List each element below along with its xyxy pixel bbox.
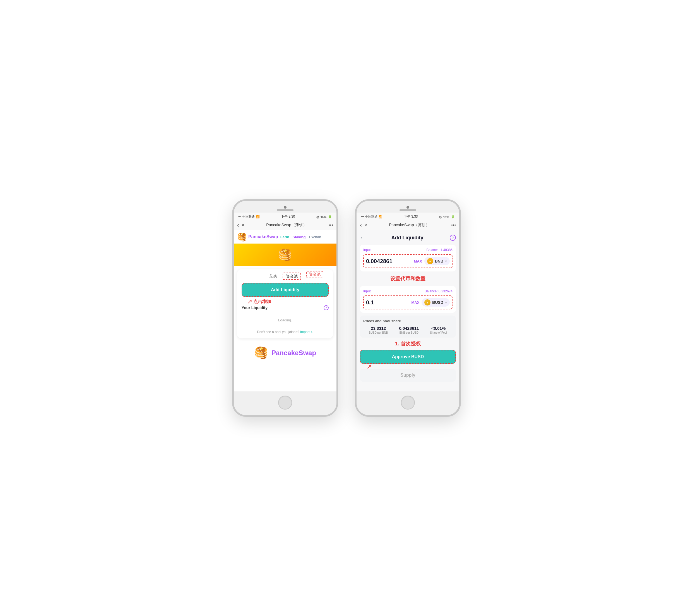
browser-close-icon-2[interactable]: ✕	[364, 223, 368, 227]
bnb-per-busd-value: 0.0428611	[399, 326, 419, 331]
bnb-input-label: Input	[363, 248, 371, 252]
price-item-share-of-pool: <0.01% Share of Pool	[430, 326, 447, 334]
your-liquidity-section: Your Liquidity ?	[242, 305, 329, 310]
browser-bar-2: ‹ ✕ PancakeSwap（薄饼） •••	[357, 220, 459, 230]
phone2-top-bar	[357, 201, 459, 213]
phone2-bottom	[357, 392, 459, 415]
price-item-busd-per-bnb: 23.3312 BUSD per BNB	[369, 326, 388, 334]
supply-button[interactable]: Supply	[360, 369, 456, 382]
bnb-balance-value: 1.48386	[440, 248, 453, 252]
bnb-token-selector[interactable]: ♦ BNB ∨	[424, 257, 450, 265]
bnb-token-icon: ♦	[427, 258, 433, 264]
pancake-logo-1: 🥞	[237, 232, 246, 241]
footer-pancake-icon: 🥞	[254, 346, 268, 359]
status-time-2: 下午 3:33	[404, 214, 418, 219]
phone1-bottom	[234, 392, 336, 415]
tab-exchange[interactable]: 兑换	[269, 274, 277, 279]
liquidity-info-icon[interactable]: ?	[324, 305, 329, 310]
busd-balance-value: 0.232674	[439, 289, 453, 293]
home-button-2[interactable]	[401, 396, 415, 410]
wifi-icon-2: 📶	[379, 215, 382, 218]
speaker	[277, 209, 294, 211]
busd-balance: Balance: 0.232674	[424, 289, 453, 293]
import-link[interactable]: Import it.	[300, 330, 313, 334]
bnb-token-name: BNB	[435, 259, 443, 263]
al-screen-title: Add Liquidity	[391, 235, 423, 241]
pool-annotation: 资金池	[306, 271, 323, 278]
battery-icon-2: 🔋	[451, 215, 455, 218]
status-time: 下午 3:30	[281, 214, 295, 219]
bnb-max-button[interactable]: MAX	[414, 259, 422, 263]
home-button-1[interactable]	[278, 396, 292, 410]
browser-title-1: PancakeSwap（薄饼）	[266, 223, 307, 228]
your-liquidity-label: Your Liquidity	[242, 305, 268, 310]
status-right-2: @ 46% 🔋	[439, 215, 455, 218]
battery-icon: 🔋	[328, 215, 332, 218]
status-bar-2: ▪▪▪ 中国联通 📶 下午 3:33 @ 46% 🔋	[357, 213, 459, 220]
status-left: ▪▪▪ 中国联通 📶	[238, 215, 260, 219]
speaker-2	[399, 209, 416, 211]
al-help-icon[interactable]: ?	[450, 235, 456, 241]
camera-dot-2	[407, 206, 409, 209]
bnb-chevron-icon: ∨	[445, 260, 447, 263]
set-hint-text: 设置代币和数量	[360, 274, 456, 283]
tab-pool[interactable]: 资金池	[283, 273, 301, 280]
browser-close-icon[interactable]: ✕	[241, 223, 245, 227]
add-liquidity-screen: ← Add Liquidity ? Input Balance: 1.48386	[357, 230, 459, 392]
wifi-icon: 📶	[256, 215, 260, 218]
browser-back-icon[interactable]: ‹	[237, 222, 239, 228]
bnb-amount[interactable]: 0.0042861	[366, 258, 412, 264]
first-auth-hint: 1. 首次授权	[360, 340, 456, 347]
busd-token-name: BUSD	[432, 300, 443, 305]
busd-chevron-icon: ∨	[445, 301, 447, 304]
status-left-2: ▪▪▪ 中国联通 📶	[361, 215, 382, 219]
al-screen-header: ← Add Liquidity ?	[360, 234, 456, 242]
prices-title: Prices and pool share	[363, 319, 453, 323]
busd-amount[interactable]: 0.1	[366, 299, 409, 306]
busd-token-selector[interactable]: $ BUSD ∨	[421, 298, 450, 306]
nav-exchange[interactable]: Exchan	[309, 235, 321, 239]
browser-menu-icon-2[interactable]: •••	[451, 223, 456, 228]
page-container: ▪▪▪ 中国联通 📶 下午 3:30 @ 46% 🔋 ‹ ✕ PancakeSw…	[232, 199, 461, 417]
tab-row: 兑换 资金池 资金池	[242, 274, 329, 279]
approve-busd-button[interactable]: Approve BUSD	[360, 350, 456, 364]
phone-2: ▪▪▪ 中国联通 📶 下午 3:33 @ 46% 🔋 ‹ ✕ PancakeSw…	[355, 199, 461, 417]
phone-1: ▪▪▪ 中国联通 📶 下午 3:30 @ 46% 🔋 ‹ ✕ PancakeSw…	[232, 199, 338, 417]
bnb-label-row: Input Balance: 1.48386	[363, 248, 453, 252]
nav-farm[interactable]: Farm	[280, 235, 289, 239]
prices-row: 23.3312 BUSD per BNB 0.0428611 BNB per B…	[363, 326, 453, 334]
al-back-button[interactable]: ←	[360, 235, 365, 241]
click-hint-arrow: ↗	[247, 299, 252, 305]
share-of-pool-value: <0.01%	[431, 326, 446, 331]
phone1-top-bar	[234, 201, 336, 213]
click-hint-text: 点击增加	[253, 299, 271, 305]
signal-icon-2: ▪▪▪	[361, 215, 364, 218]
browser-menu-icon[interactable]: •••	[329, 223, 333, 228]
busd-input-section: Input Balance: 0.232674 0.1 MAX $ BUSD ∨	[360, 286, 456, 313]
busd-input-label: Input	[363, 289, 371, 293]
browser-back-icon-2[interactable]: ‹	[360, 222, 362, 228]
battery-label: @ 46%	[316, 215, 326, 218]
price-item-bnb-per-busd: 0.0428611 BNB per BUSD	[399, 326, 419, 334]
bnb-input-section: Input Balance: 1.48386 0.0042861 MAX ♦ B…	[360, 245, 456, 272]
browser-nav-icons-2: ‹ ✕	[360, 222, 368, 228]
dont-see-text: Don't see a pool you joined? Import it.	[242, 330, 329, 334]
browser-nav-icons: ‹ ✕	[237, 222, 245, 228]
busd-label-row: Input Balance: 0.232674	[363, 289, 453, 293]
bnb-input-row: 0.0042861 MAX ♦ BNB ∨	[363, 254, 453, 268]
share-of-pool-label: Share of Pool	[430, 331, 447, 334]
hero-banner: 🥞	[234, 243, 336, 266]
hero-pancake-icon: 🥞	[278, 248, 292, 261]
pancake-footer: 🥞 PancakeSwap	[234, 342, 336, 364]
carrier-name: 中国联通	[242, 215, 255, 219]
signal-icon: ▪▪▪	[238, 215, 241, 218]
camera-dot	[284, 206, 286, 209]
busd-input-row: 0.1 MAX $ BUSD ∨	[363, 295, 453, 310]
browser-title-2: PancakeSwap（薄饼）	[389, 223, 430, 228]
add-liquidity-button[interactable]: Add Liquidity	[242, 283, 329, 297]
phone2-screen: ▪▪▪ 中国联通 📶 下午 3:33 @ 46% 🔋 ‹ ✕ PancakeSw…	[357, 213, 459, 392]
busd-max-button[interactable]: MAX	[411, 300, 419, 305]
nav-staking[interactable]: Staking	[293, 235, 306, 239]
footer-brand: PancakeSwap	[272, 349, 316, 357]
bnb-balance: Balance: 1.48386	[427, 248, 453, 252]
